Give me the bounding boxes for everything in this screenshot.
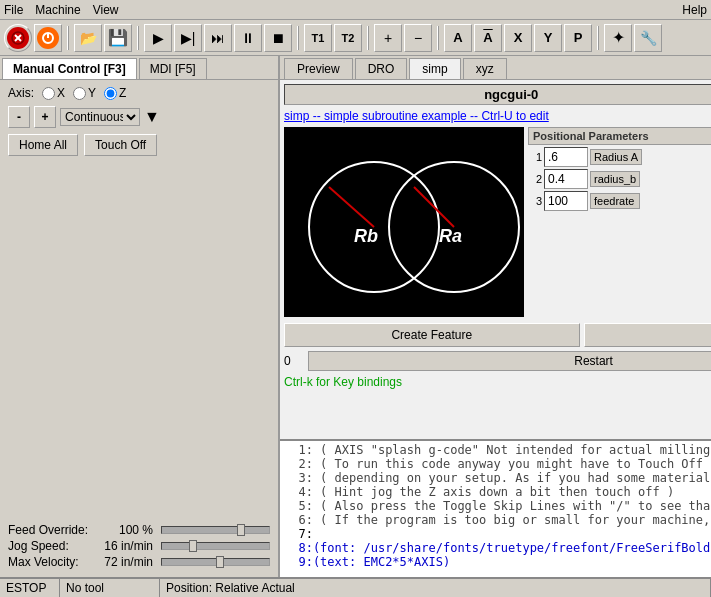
save-button[interactable]: 💾: [104, 24, 132, 52]
code-line-5: 5: ( Also press the Toggle Skip Lines wi…: [284, 499, 711, 513]
ngcgui-panel: ngcgui-0 <--move move--> simp -- simple …: [280, 80, 711, 439]
tab-dro[interactable]: DRO: [355, 58, 408, 79]
run-from-line[interactable]: ▶|: [174, 24, 202, 52]
tab-mdi[interactable]: MDI [F5]: [139, 58, 207, 79]
param-num-2: 2: [528, 173, 542, 185]
t1-button[interactable]: T1: [304, 24, 332, 52]
jog-speed-dropdown-icon[interactable]: ▼: [144, 108, 160, 126]
status-tool: No tool: [60, 579, 160, 597]
code-line-3: 3: ( depending on your setup. As if you …: [284, 471, 711, 485]
feed-override-slider[interactable]: [161, 526, 270, 534]
menu-view[interactable]: View: [93, 3, 119, 17]
code-line-7: 7:: [284, 527, 711, 541]
ngcgui-name: ngcgui-0: [284, 84, 711, 105]
jog-speed-slider[interactable]: [161, 542, 270, 550]
pause-button[interactable]: ⏸: [234, 24, 262, 52]
axis-y-radio[interactable]: [73, 87, 86, 100]
code-line-1: 1: ( AXIS "splash g-code" Not intended f…: [284, 443, 711, 457]
param-label-3: feedrate: [590, 193, 640, 209]
stop-button[interactable]: ⏹: [264, 24, 292, 52]
axis-x-label[interactable]: X: [42, 86, 65, 100]
axis-row: Axis: X Y Z: [8, 86, 270, 100]
code-line-4: 4: ( Hint jog the Z axis down a bit then…: [284, 485, 711, 499]
touch-plus-button[interactable]: +: [374, 24, 402, 52]
param-input-1[interactable]: [544, 147, 588, 167]
toolbar-sep-1: [67, 26, 69, 50]
status-bar: ESTOP No tool Position: Relative Actual: [0, 577, 711, 597]
code-line-2: 2: ( To run this code anyway you might h…: [284, 457, 711, 471]
right-panel: Preview DRO simp xyz ngcgui-0 <--move mo…: [280, 56, 711, 577]
param-input-3[interactable]: [544, 191, 588, 211]
p-button[interactable]: P: [564, 24, 592, 52]
wrench-button[interactable]: 🔧: [634, 24, 662, 52]
toolbar-sep-3: [297, 26, 299, 50]
svg-text:Ra: Ra: [439, 226, 462, 246]
axis-z-label[interactable]: Z: [104, 86, 126, 100]
power-button[interactable]: [34, 24, 62, 52]
feed-override-label: Feed Override:: [8, 523, 98, 537]
canvas-svg: Rb Ra: [284, 127, 524, 317]
left-spacer: [0, 162, 278, 517]
param-row-2: 2 radius_b: [528, 169, 711, 189]
star-button[interactable]: ✦: [604, 24, 632, 52]
y-button[interactable]: Y: [534, 24, 562, 52]
info-section: Feed Override: 100 % Jog Speed: 16 in/mi…: [0, 517, 278, 577]
keybind-text: Ctrl-k for Key bindings: [284, 375, 711, 389]
jog-plus-button[interactable]: +: [34, 106, 56, 128]
menu-file[interactable]: File: [4, 3, 23, 17]
code-area[interactable]: 1: ( AXIS "splash g-code" Not intended f…: [280, 439, 711, 577]
menubar: File Machine View Help: [0, 0, 711, 20]
jog-speed-value: 16 in/min: [98, 539, 153, 553]
jog-row: - + Continuous 1 10 ▼: [8, 106, 270, 128]
max-velocity-label: Max Velocity:: [8, 555, 98, 569]
home-all-button[interactable]: Home All: [8, 134, 78, 156]
axis-y-label[interactable]: Y: [73, 86, 96, 100]
touch-off-button[interactable]: Touch Off: [84, 134, 157, 156]
param-input-2[interactable]: [544, 169, 588, 189]
run-button[interactable]: ▶: [144, 24, 172, 52]
params-title: Positional Parameters: [528, 127, 711, 145]
left-panel: Manual Control [F3] MDI [F5] Axis: X Y Z…: [0, 56, 280, 577]
axis-x-radio[interactable]: [42, 87, 55, 100]
code-line-9: 9:(text: EMC2*5*AXIS): [284, 555, 711, 569]
touch-minus-button[interactable]: −: [404, 24, 432, 52]
code-line-8: 8:(font: /usr/share/fonts/truetype/freef…: [284, 541, 711, 555]
estop-button[interactable]: [4, 24, 32, 52]
finalize-button[interactable]: Finalize: [584, 323, 711, 347]
home-row: Home All Touch Off: [8, 134, 270, 156]
canvas-params-row: Rb Ra Positional Parameters 1 Radius A 2: [284, 127, 711, 317]
max-velocity-slider[interactable]: [161, 558, 270, 566]
jog-speed-label: Jog Speed:: [8, 539, 98, 553]
tab-simp[interactable]: simp: [409, 58, 460, 79]
svg-text:Rb: Rb: [354, 226, 378, 246]
restart-num: 0: [284, 354, 304, 368]
param-num-3: 3: [528, 195, 542, 207]
tab-manual-control[interactable]: Manual Control [F3]: [2, 58, 137, 79]
menu-machine[interactable]: Machine: [35, 3, 80, 17]
menu-help[interactable]: Help: [682, 3, 707, 17]
feed-override-value: 100 %: [98, 523, 153, 537]
tab-preview[interactable]: Preview: [284, 58, 353, 79]
t2-button[interactable]: T2: [334, 24, 362, 52]
restart-button[interactable]: Restart: [308, 351, 711, 371]
abar-button[interactable]: A: [474, 24, 502, 52]
canvas-area: Rb Ra: [284, 127, 524, 317]
tab-xyz[interactable]: xyz: [463, 58, 507, 79]
step-button[interactable]: ⏭: [204, 24, 232, 52]
axis-z-radio[interactable]: [104, 87, 117, 100]
jog-speed-select[interactable]: Continuous 1 10: [60, 108, 140, 126]
toolbar-sep-5: [437, 26, 439, 50]
jog-speed-row: Jog Speed: 16 in/min: [8, 539, 270, 553]
a-button[interactable]: A: [444, 24, 472, 52]
axis-label: Axis:: [8, 86, 34, 100]
x-button[interactable]: X: [504, 24, 532, 52]
right-tab-bar: Preview DRO simp xyz: [280, 56, 711, 80]
ngcgui-header: ngcgui-0 <--move move-->: [284, 84, 711, 105]
create-feature-button[interactable]: Create Feature: [284, 323, 580, 347]
svg-rect-5: [284, 127, 524, 317]
main-layout: Manual Control [F3] MDI [F5] Axis: X Y Z…: [0, 56, 711, 577]
param-label-1: Radius A: [590, 149, 642, 165]
jog-minus-button[interactable]: -: [8, 106, 30, 128]
open-button[interactable]: 📂: [74, 24, 102, 52]
ngcgui-subtitle[interactable]: simp -- simple subroutine example -- Ctr…: [284, 109, 711, 123]
